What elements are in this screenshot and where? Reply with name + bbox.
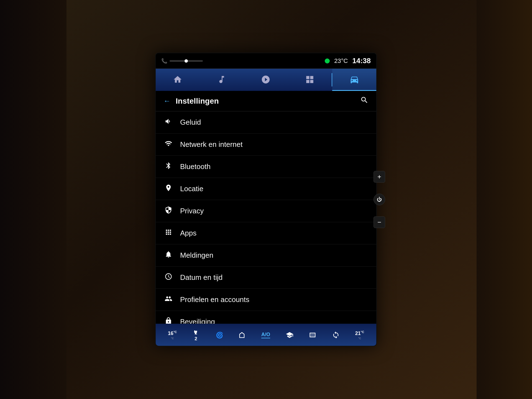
status-right: 23°C 14:38 — [325, 57, 371, 65]
apps-icon — [163, 228, 173, 238]
climate-seat-cool[interactable] — [286, 331, 293, 339]
volume-up-button[interactable]: + — [374, 171, 385, 183]
climate-front-heat[interactable]: 🌀 — [215, 331, 223, 339]
front-heat-icon: 🌀 — [215, 331, 223, 339]
privacy-icon — [163, 206, 173, 216]
settings-list: Geluid Netwerk en internet — [156, 111, 376, 324]
settings-label-netwerk: Netwerk en internet — [180, 140, 242, 149]
climate-fan[interactable]: 2 — [192, 328, 200, 342]
settings-label-beveiliging: Beveiliging — [180, 318, 215, 324]
temp-right-sub: °C — [358, 337, 361, 340]
location-icon — [163, 184, 173, 194]
status-bar: 📞 23°C 14:38 — [156, 53, 376, 69]
fan-icon — [192, 328, 200, 336]
status-left: 📞 — [161, 58, 203, 64]
search-button[interactable] — [360, 96, 369, 106]
power-button[interactable]: ⏻ — [374, 194, 385, 205]
nav-music[interactable] — [200, 69, 244, 91]
settings-item-geluid[interactable]: Geluid — [156, 111, 376, 134]
temperature-display: 23°C — [334, 57, 348, 65]
settings-label-geluid: Geluid — [180, 118, 201, 127]
settings-label-locatie: Locatie — [180, 185, 203, 193]
connection-indicator — [325, 58, 330, 63]
climate-rear-defrost[interactable] — [309, 331, 316, 339]
settings-item-beveiliging[interactable]: Beveiliging — [156, 311, 376, 324]
settings-item-netwerk[interactable]: Netwerk en internet — [156, 134, 376, 156]
lock-icon — [163, 317, 173, 324]
music-icon — [217, 75, 226, 84]
settings-label-bluetooth: Bluetooth — [180, 162, 211, 171]
car-icon — [349, 75, 359, 85]
clock-icon — [163, 273, 173, 282]
seat-heat-icon — [238, 331, 246, 339]
temp-right-value: 21°C — [355, 330, 364, 336]
page-header: ← Instellingen — [156, 91, 376, 111]
settings-label-profielen: Profielen en accounts — [180, 295, 249, 304]
settings-item-locatie[interactable]: Locatie — [156, 178, 376, 200]
nav-bar — [156, 69, 376, 91]
climate-ac[interactable]: A/O — [261, 332, 270, 338]
nav-home[interactable] — [156, 69, 200, 91]
header-left: ← Instellingen — [163, 97, 219, 106]
settings-label-apps: Apps — [180, 229, 196, 237]
media-icon — [261, 75, 270, 84]
home-icon — [173, 75, 182, 84]
ac-label: A/O — [261, 332, 270, 338]
settings-item-datumtijd[interactable]: Datum en tijd — [156, 267, 376, 289]
infotainment-screen: 📞 23°C 14:38 — [155, 53, 377, 346]
settings-item-privacy[interactable]: Privacy — [156, 200, 376, 222]
settings-item-apps[interactable]: Apps — [156, 222, 376, 244]
volume-down-button[interactable]: − — [374, 216, 385, 228]
climate-temp-right[interactable]: 21°C °C — [355, 330, 364, 340]
wifi-icon — [163, 140, 173, 149]
svg-text:🌀: 🌀 — [216, 331, 223, 339]
settings-label-privacy: Privacy — [180, 207, 204, 215]
volume-icon — [163, 117, 173, 127]
car-background: 📞 23°C 14:38 — [0, 0, 532, 399]
seat-cool-icon — [286, 331, 293, 339]
back-button[interactable]: ← — [163, 97, 171, 105]
settings-item-meldingen[interactable]: Meldingen — [156, 244, 376, 267]
phone-icon: 📞 — [161, 58, 167, 64]
fan-speed-value: 2 — [195, 336, 197, 342]
nav-car[interactable] — [332, 69, 376, 91]
climate-seat-heat[interactable] — [238, 331, 246, 339]
grid-icon — [305, 75, 314, 84]
climate-sync[interactable] — [332, 331, 340, 339]
side-controls: + ⏻ − — [374, 171, 385, 228]
bluetooth-icon — [163, 162, 173, 172]
profiles-icon — [163, 295, 173, 305]
settings-item-bluetooth[interactable]: Bluetooth — [156, 156, 376, 178]
temp-left-value: 16°C — [168, 330, 177, 336]
rear-defrost-icon — [309, 331, 316, 339]
settings-item-profielen[interactable]: Profielen en accounts — [156, 289, 376, 311]
climate-temp-left[interactable]: 16°C °C — [168, 330, 177, 340]
page-title: Instellingen — [176, 97, 219, 106]
settings-label-meldingen: Meldingen — [180, 251, 213, 260]
sync-icon — [332, 331, 340, 339]
brightness-slider[interactable] — [170, 60, 203, 62]
nav-apps[interactable] — [288, 69, 332, 91]
settings-label-datumtijd: Datum en tijd — [180, 273, 222, 282]
temp-left-sub: °C — [171, 337, 174, 340]
nav-media[interactable] — [244, 69, 288, 91]
climate-bar: 16°C °C 2 🌀 — [156, 324, 376, 346]
time-display: 14:38 — [352, 57, 371, 65]
bell-icon — [163, 250, 173, 260]
